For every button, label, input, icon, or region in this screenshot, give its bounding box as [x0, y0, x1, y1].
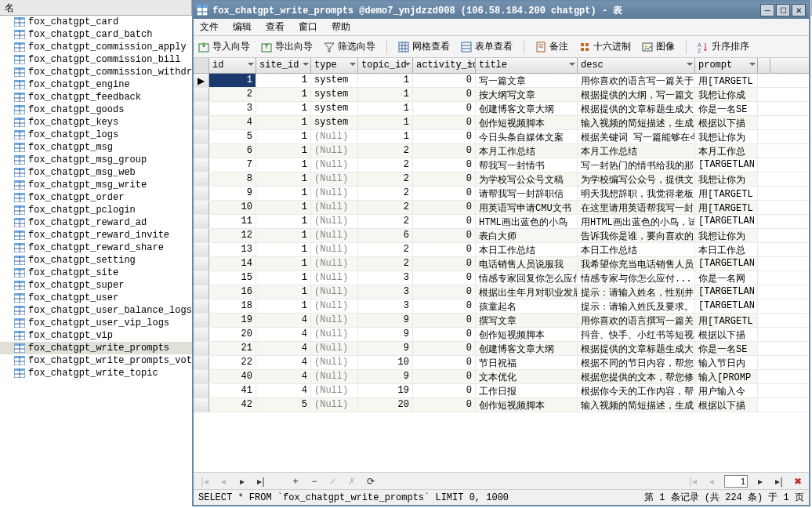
cell-type[interactable]: (Null): [311, 398, 358, 412]
cell-title[interactable]: 创作短视频脚本: [476, 328, 578, 341]
cell-id[interactable]: 12: [209, 229, 256, 242]
cell-activity_id[interactable]: 0: [413, 299, 476, 313]
cell-type[interactable]: system: [311, 74, 358, 87]
row-header[interactable]: [194, 328, 209, 341]
cell-activity_id[interactable]: 0: [413, 74, 476, 87]
cell-site_id[interactable]: 1: [256, 187, 311, 200]
cell-id[interactable]: 18: [209, 299, 256, 313]
row-header[interactable]: [194, 144, 209, 158]
cell-id[interactable]: 15: [209, 271, 256, 285]
cell-type[interactable]: (Null): [311, 243, 358, 256]
tree-item[interactable]: fox_chatgpt_setting: [0, 254, 192, 267]
table-row[interactable]: ▶11system10写一篇文章用你喜欢的语言写一篇关于用[TARGETL: [194, 74, 809, 88]
cell-prompt[interactable]: 输入[PROMP: [695, 370, 758, 383]
tree-item[interactable]: fox_chatgpt_commission_apply: [0, 41, 192, 53]
tree-item[interactable]: fox_chatgpt_reward_share: [0, 241, 192, 254]
cell-desc[interactable]: 本日工作总结: [578, 243, 695, 256]
row-header[interactable]: [194, 187, 209, 200]
import-wizard-button[interactable]: 导入向导: [198, 40, 250, 53]
cell-id[interactable]: 1: [209, 74, 256, 87]
cell-site_id[interactable]: 4: [256, 384, 311, 397]
cell-topic_id[interactable]: 9: [358, 370, 413, 383]
tree-item[interactable]: fox_chatgpt_card: [0, 16, 192, 28]
tree-item[interactable]: fox_chatgpt_reward_ad: [0, 216, 192, 229]
cell-type[interactable]: (Null): [311, 285, 358, 299]
table-row[interactable]: 181(Null)30孩童起名提示：请输入姓氏及要求。[TARGETLAN: [194, 299, 809, 314]
cell-prompt[interactable]: [TARGETLAN: [695, 299, 758, 313]
cell-activity_id[interactable]: 0: [413, 243, 476, 256]
column-header-title[interactable]: title: [476, 58, 578, 73]
cell-prompt[interactable]: 你是一名网: [695, 271, 758, 285]
column-header-prompt[interactable]: prompt: [695, 58, 758, 73]
row-header[interactable]: ▶: [194, 74, 209, 87]
cell-type[interactable]: (Null): [311, 356, 358, 369]
tree-item[interactable]: fox_chatgpt_feedback: [0, 91, 192, 103]
cell-type[interactable]: (Null): [311, 370, 358, 383]
nav-next-button[interactable]: ▸: [236, 476, 248, 487]
cell-topic_id[interactable]: 2: [358, 158, 413, 172]
cell-topic_id[interactable]: 2: [358, 215, 413, 228]
column-header-topic_id[interactable]: topic_id: [358, 58, 413, 73]
cell-site_id[interactable]: 1: [256, 215, 311, 228]
memo-button[interactable]: 备注: [535, 40, 568, 53]
cell-activity_id[interactable]: 0: [413, 144, 476, 158]
cell-activity_id[interactable]: 0: [413, 285, 476, 299]
table-row[interactable]: 121(Null)60表白大师告诉我你是谁，要向喜欢的我想让你为: [194, 229, 809, 243]
tree-item[interactable]: fox_chatgpt_keys: [0, 116, 192, 129]
cell-desc[interactable]: 明天我想辞职，我觉得老板: [578, 187, 695, 200]
row-header[interactable]: [194, 356, 209, 369]
column-header-activity_id[interactable]: activity_id: [413, 58, 476, 73]
cell-id[interactable]: 21: [209, 342, 256, 355]
tree-item[interactable]: fox_chatgpt_goods: [0, 103, 192, 116]
cell-activity_id[interactable]: 0: [413, 201, 476, 214]
table-row[interactable]: 414(Null)190工作日报根据你今天的工作内容，帮用户输入今: [194, 384, 809, 398]
cell-id[interactable]: 19: [209, 314, 256, 327]
cell-site_id[interactable]: 1: [256, 130, 311, 143]
cell-topic_id[interactable]: 1: [358, 88, 413, 101]
cell-topic_id[interactable]: 1: [358, 74, 413, 87]
row-header[interactable]: [194, 172, 209, 186]
row-header[interactable]: [194, 271, 209, 285]
cell-title[interactable]: 用英语写申请CMU文书: [476, 201, 578, 214]
cell-activity_id[interactable]: 0: [413, 257, 476, 270]
cell-desc[interactable]: 根据你今天的工作内容，帮: [578, 384, 695, 397]
cell-prompt[interactable]: [TARGETLAN: [695, 257, 758, 270]
row-header[interactable]: [194, 257, 209, 270]
cell-desc[interactable]: 提示：请输入姓氏及要求。: [578, 299, 695, 313]
cell-site_id[interactable]: 4: [256, 370, 311, 383]
cell-id[interactable]: 6: [209, 144, 256, 158]
cell-prompt[interactable]: 根据以下描: [695, 398, 758, 412]
page-last-button[interactable]: ▸|: [773, 476, 785, 487]
menu-edit[interactable]: 编辑: [233, 20, 252, 34]
cell-topic_id[interactable]: 2: [358, 187, 413, 200]
cell-prompt[interactable]: [TARGETLAN: [695, 285, 758, 299]
table-row[interactable]: 204(Null)90创作短视频脚本抖音、快手、小红书等短视根据以下描: [194, 328, 809, 342]
cell-topic_id[interactable]: 1: [358, 130, 413, 143]
cell-activity_id[interactable]: 0: [413, 158, 476, 172]
cell-topic_id[interactable]: 2: [358, 144, 413, 158]
tree-item[interactable]: fox_chatgpt_user: [0, 292, 192, 304]
cell-prompt[interactable]: 我想让你为: [695, 229, 758, 242]
grid-body[interactable]: ▶11system10写一篇文章用你喜欢的语言写一篇关于用[TARGETL21s…: [194, 74, 809, 472]
nav-add-button[interactable]: +: [289, 476, 302, 487]
row-header[interactable]: [194, 370, 209, 383]
table-row[interactable]: 101(Null)20用英语写申请CMU文书在这里请用英语帮我写一封用[TARG…: [194, 201, 809, 215]
cell-activity_id[interactable]: 0: [413, 356, 476, 369]
cell-type[interactable]: (Null): [311, 172, 358, 186]
cell-prompt[interactable]: [TARGETLAN: [695, 158, 758, 172]
cell-desc[interactable]: 本月工作总结: [578, 144, 695, 158]
cell-prompt[interactable]: 你是一名SE: [695, 102, 758, 115]
tree-item[interactable]: fox_chatgpt_write_topic: [0, 367, 192, 379]
row-header[interactable]: [194, 201, 209, 214]
cell-id[interactable]: 4: [209, 116, 256, 129]
cell-type[interactable]: (Null): [311, 229, 358, 242]
row-header[interactable]: [194, 229, 209, 242]
cell-type[interactable]: (Null): [311, 130, 358, 143]
cell-desc[interactable]: 根据提供的文章标题生成大: [578, 102, 695, 115]
cell-site_id[interactable]: 1: [256, 271, 311, 285]
cell-desc[interactable]: 根据关键词 写一篇能够在今: [578, 130, 695, 143]
table-row[interactable]: 425(Null)200创作短视频脚本输入视频的简短描述，生成根据以下描: [194, 398, 809, 412]
cell-activity_id[interactable]: 0: [413, 314, 476, 327]
row-header[interactable]: [194, 243, 209, 256]
cell-prompt[interactable]: [TARGETLAN: [695, 215, 758, 228]
